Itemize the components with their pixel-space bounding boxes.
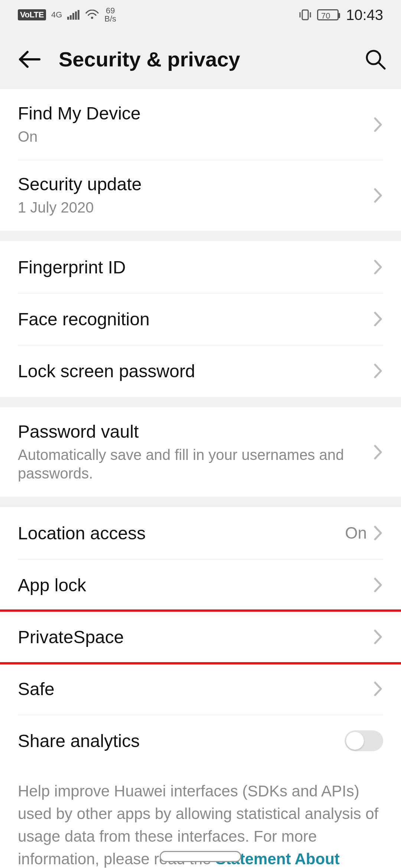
chevron-right-icon — [374, 577, 383, 593]
row-app-lock[interactable]: App lock — [0, 559, 401, 611]
wifi-icon — [85, 10, 99, 20]
chevron-right-icon — [374, 363, 383, 379]
chevron-right-icon — [374, 681, 383, 697]
chevron-right-icon — [374, 188, 383, 203]
row-password-vault[interactable]: Password vault Automatically save and fi… — [0, 407, 401, 497]
svg-line-11 — [378, 62, 385, 69]
find-my-device-status: On — [18, 127, 366, 146]
signal-bars-icon — [67, 10, 80, 20]
security-update-date: 1 July 2020 — [18, 198, 366, 217]
lock-pw-title: Lock screen password — [18, 361, 366, 381]
page-header: Security & privacy — [0, 30, 401, 89]
net-speed-value: 69 — [106, 7, 115, 15]
search-icon — [365, 49, 386, 70]
share-analytics-toggle[interactable] — [345, 730, 383, 751]
row-share-analytics: Share analytics — [0, 715, 401, 767]
gesture-nav-bar[interactable] — [160, 851, 241, 862]
section-password-vault: Password vault Automatically save and fi… — [0, 407, 401, 497]
page-title: Security & privacy — [48, 47, 356, 71]
cell-generation: 4G — [51, 10, 62, 20]
safe-title: Safe — [18, 679, 366, 699]
fingerprint-title: Fingerprint ID — [18, 257, 366, 277]
section-gap — [0, 231, 401, 241]
location-title: Location access — [18, 523, 338, 543]
net-speed: 69 B/s — [104, 7, 116, 23]
section-gap — [0, 397, 401, 407]
vibrate-icon — [299, 9, 312, 20]
svg-rect-3 — [75, 11, 77, 20]
clock: 10:43 — [346, 7, 383, 23]
face-title: Face recognition — [18, 309, 366, 329]
app-lock-title: App lock — [18, 575, 366, 595]
section-gap — [0, 497, 401, 507]
chevron-right-icon — [374, 259, 383, 275]
section-privacy: Location access On App lock PrivateSpace… — [0, 507, 401, 868]
status-left: VoLTE 4G 69 B/s — [18, 7, 116, 23]
row-safe[interactable]: Safe — [0, 663, 401, 715]
battery-percentage: 70 — [321, 11, 330, 21]
chevron-right-icon — [374, 117, 383, 132]
share-analytics-title: Share analytics — [18, 731, 337, 751]
privatespace-title: PrivateSpace — [18, 627, 366, 647]
row-fingerprint-id[interactable]: Fingerprint ID — [0, 241, 401, 293]
password-vault-desc: Automatically save and fill in your user… — [18, 445, 366, 483]
battery-icon: 70 — [317, 9, 339, 20]
toggle-knob — [346, 732, 364, 750]
chevron-right-icon — [374, 444, 383, 460]
svg-rect-4 — [78, 10, 79, 20]
row-face-recognition[interactable]: Face recognition — [0, 293, 401, 345]
find-my-device-title: Find My Device — [18, 103, 366, 124]
row-find-my-device[interactable]: Find My Device On — [0, 89, 401, 160]
svg-point-5 — [91, 17, 93, 19]
net-speed-unit: B/s — [104, 15, 116, 23]
svg-rect-2 — [72, 13, 74, 20]
chevron-right-icon — [374, 311, 383, 327]
security-update-title: Security update — [18, 174, 366, 194]
arrow-left-icon — [18, 50, 41, 69]
back-button[interactable] — [18, 50, 48, 69]
password-vault-title: Password vault — [18, 421, 366, 442]
chevron-right-icon — [374, 629, 383, 645]
svg-rect-1 — [70, 15, 72, 20]
row-privatespace[interactable]: PrivateSpace — [0, 611, 401, 663]
location-value: On — [345, 524, 367, 542]
chevron-right-icon — [374, 525, 383, 541]
row-lock-screen-password[interactable]: Lock screen password — [0, 345, 401, 397]
row-security-update[interactable]: Security update 1 July 2020 — [0, 160, 401, 231]
svg-rect-6 — [302, 10, 308, 20]
status-bar: VoLTE 4G 69 B/s 70 — [0, 0, 401, 30]
search-button[interactable] — [356, 49, 386, 70]
volte-badge: VoLTE — [18, 9, 46, 20]
status-right: 70 10:43 — [299, 7, 383, 23]
row-location-access[interactable]: Location access On — [0, 507, 401, 559]
section-device-security: Find My Device On Security update 1 July… — [0, 89, 401, 231]
svg-rect-0 — [67, 17, 69, 20]
section-biometrics: Fingerprint ID Face recognition Lock scr… — [0, 241, 401, 397]
